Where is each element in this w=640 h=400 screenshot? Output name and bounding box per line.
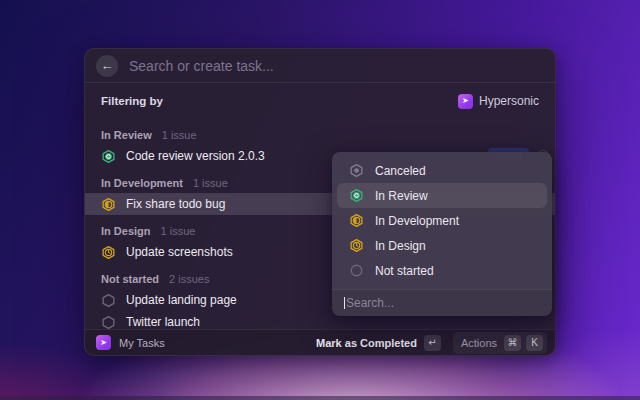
dropdown-option-label: In Development: [375, 214, 459, 228]
in-review-status-icon: [349, 188, 364, 203]
in-design-status-icon: [101, 245, 116, 260]
status-dropdown: Canceled In Review In Development In Des…: [332, 152, 552, 316]
canceled-status-icon: [349, 163, 364, 178]
dropdown-search-row: [332, 289, 552, 316]
not-started-status-icon: [101, 315, 116, 330]
text-caret: [344, 297, 345, 309]
section-label: In Design: [101, 225, 151, 237]
dropdown-option-not-started[interactable]: Not started: [337, 258, 547, 283]
section-label: Not started: [101, 273, 159, 285]
task-label: Update screenshots: [126, 245, 233, 259]
dropdown-option-label: In Design: [375, 239, 426, 253]
footer-bar: ➤ My Tasks Mark as Completed ↵ Actions ⌘…: [85, 329, 555, 355]
wallpaper: ← Filtering by ➤ Hypersonic In Review 1 …: [0, 0, 640, 400]
dropdown-search-input[interactable]: [346, 296, 540, 310]
section-count: 1 issue: [162, 129, 197, 141]
back-button[interactable]: ←: [96, 55, 118, 77]
task-label: Fix share todo bug: [126, 197, 225, 211]
dropdown-option-in-development[interactable]: In Development: [337, 208, 547, 233]
dropdown-option-in-review[interactable]: In Review: [337, 183, 547, 208]
in-design-status-icon: [349, 238, 364, 253]
dropdown-option-label: Not started: [375, 264, 434, 278]
section-label: In Development: [101, 177, 183, 189]
section-count: 2 issues: [169, 273, 209, 285]
mark-as-completed-button[interactable]: Mark as Completed ↵: [316, 335, 441, 351]
dropdown-option-label: Canceled: [375, 164, 426, 178]
filter-row: Filtering by ➤ Hypersonic: [85, 83, 555, 119]
task-label: Update landing page: [126, 293, 237, 307]
workspace-label: My Tasks: [119, 337, 165, 349]
hypersonic-logo-icon: ➤: [458, 94, 473, 109]
actions-label: Actions: [461, 337, 497, 349]
not-started-status-icon: [349, 263, 364, 278]
search-input[interactable]: [129, 58, 544, 74]
search-bar: ←: [85, 49, 555, 83]
task-label: Code review version 2.0.3: [126, 149, 265, 163]
in-review-status-icon: [101, 149, 116, 164]
primary-action-label: Mark as Completed: [316, 337, 417, 349]
footer-actions: Mark as Completed ↵ Actions ⌘ K: [316, 332, 547, 354]
section-label: In Review: [101, 129, 152, 141]
my-tasks-logo-icon: ➤: [96, 335, 111, 350]
in-development-status-icon: [101, 197, 116, 212]
workspace-badge-label: Hypersonic: [479, 94, 539, 108]
dropdown-option-canceled[interactable]: Canceled: [337, 158, 547, 183]
dropdown-option-label: In Review: [375, 189, 428, 203]
section-count: 1 issue: [161, 225, 196, 237]
section-header-in-review: In Review 1 issue: [85, 125, 555, 145]
in-development-status-icon: [349, 213, 364, 228]
not-started-status-icon: [101, 293, 116, 308]
actions-menu-button[interactable]: Actions ⌘ K: [453, 332, 547, 354]
workspace-switcher[interactable]: ➤ My Tasks: [96, 335, 165, 350]
task-label: Twitter launch: [126, 315, 200, 329]
dropdown-option-in-design[interactable]: In Design: [337, 233, 547, 258]
k-keycap: K: [526, 335, 543, 351]
section-count: 1 issue: [193, 177, 228, 189]
workspace-badge[interactable]: ➤ Hypersonic: [458, 94, 539, 109]
enter-keycap: ↵: [424, 335, 441, 351]
cmd-keycap: ⌘: [504, 335, 521, 351]
filtering-by-label: Filtering by: [101, 95, 163, 107]
